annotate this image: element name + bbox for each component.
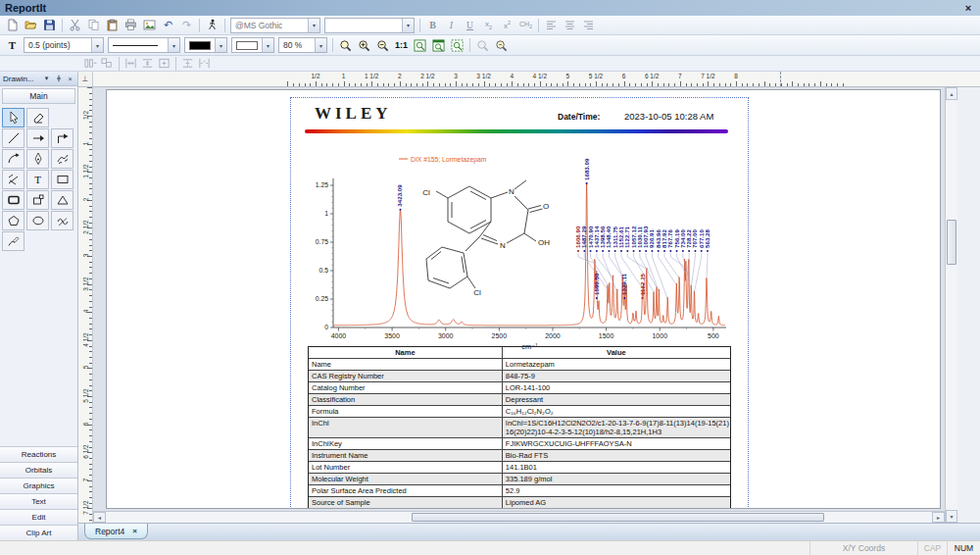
print-button[interactable] [122, 17, 140, 33]
zoom-prev-disabled-button[interactable] [473, 37, 492, 54]
peak-label: 563.28 [704, 229, 710, 248]
align-right-button[interactable] [579, 17, 598, 33]
table-row: CAS Registry Number848-75-9 [309, 370, 730, 381]
document-canvas[interactable]: WILEY Date/Time: 2023-10-05 10:28 AM 00.… [93, 87, 945, 523]
panel-tab-edit[interactable]: Edit [0, 509, 77, 525]
drawing-panel-header[interactable]: Drawin... ▾ × [0, 72, 77, 86]
pen-tool[interactable] [26, 149, 49, 169]
ruler-tick [798, 83, 799, 86]
zoom-out-button[interactable] [373, 37, 392, 54]
node-rectangle-tool[interactable] [26, 190, 49, 210]
panel-tab-main[interactable]: Main [2, 88, 75, 104]
zoom-last-disabled-button[interactable] [492, 37, 511, 54]
align-center-button[interactable] [561, 17, 579, 33]
ir-spectrum-chart[interactable]: 00.250.50.7511.2540003500300025002000150… [301, 151, 732, 357]
panel-tab-text[interactable]: Text [0, 493, 77, 509]
pin-icon[interactable] [54, 75, 63, 83]
scroll-right-icon[interactable]: ▸ [932, 512, 945, 523]
rounded-rectangle-tool[interactable] [2, 190, 24, 210]
chevron-down-icon[interactable]: ▾ [262, 38, 273, 52]
scroll-left-icon[interactable]: ◂ [93, 512, 106, 523]
ruler-tick [472, 83, 473, 86]
panel-tab-reactions[interactable]: Reactions [0, 446, 77, 462]
italic-button[interactable]: I [442, 17, 461, 33]
horizontal-scroll-thumb[interactable] [412, 513, 825, 522]
tab-report4[interactable]: Report4 × [84, 524, 148, 539]
curve-cut-tool[interactable] [51, 211, 74, 230]
elbow-arrow-tool[interactable] [51, 128, 74, 148]
zoom-select-button[interactable] [336, 37, 355, 54]
paste-button[interactable] [103, 17, 122, 33]
font-style-select[interactable]: ▾ [324, 18, 415, 33]
undo-button[interactable]: ↶ [159, 17, 177, 33]
arc-tool[interactable] [2, 149, 24, 169]
close-panel-icon[interactable]: × [66, 76, 74, 82]
panel-tab-clip-art[interactable]: Clip Art [0, 525, 77, 540]
text-tool-button[interactable]: T [3, 37, 22, 54]
close-window-icon[interactable]: × [961, 2, 975, 14]
superscript-button[interactable]: x2 [498, 17, 516, 33]
clean-structure-button[interactable] [203, 17, 221, 33]
chevron-down-icon[interactable]: ▾ [402, 19, 414, 32]
zoom-in-button[interactable] [355, 37, 373, 54]
zoom-area-button[interactable] [411, 37, 429, 54]
ruler-tick [89, 475, 92, 476]
line-width-select[interactable]: 0.5 (points)▾ [24, 37, 104, 53]
scroll-down-icon[interactable]: ▾ [946, 510, 957, 523]
ch2-group-button[interactable]: CH2 [516, 17, 535, 33]
tab-close-icon[interactable]: × [132, 527, 137, 535]
select-tool[interactable] [2, 108, 24, 127]
bold-button[interactable]: B [423, 17, 442, 33]
text-tool[interactable]: T [26, 170, 49, 189]
zoom-fit-selection-button[interactable] [448, 37, 466, 54]
chevron-down-icon[interactable]: ▾ [91, 38, 103, 52]
arrow-tool[interactable] [26, 128, 49, 148]
line-style-select[interactable]: ▾ [108, 37, 180, 53]
ruler-label: 6 [622, 73, 626, 79]
chevron-down-icon[interactable]: ▾ [168, 38, 179, 52]
vertical-scrollbar[interactable]: ▴ ▾ [945, 87, 957, 523]
compound-data-table[interactable]: NameValueNameLormetazepamCAS Registry Nu… [308, 346, 731, 509]
save-button[interactable] [40, 17, 59, 33]
triangle-tool[interactable] [51, 190, 74, 210]
eraser-tool[interactable] [26, 108, 49, 127]
zoom-fit-page-button[interactable] [429, 37, 448, 54]
ruler-tick [89, 486, 92, 487]
bond [528, 206, 541, 210]
zoom-percent-select[interactable]: 80 %▾ [278, 37, 327, 53]
ruler-tick [349, 83, 350, 86]
peak-marker [669, 250, 671, 252]
horizontal-scrollbar[interactable]: ◂ ▸ [93, 511, 945, 523]
chevron-down-icon[interactable]: ▾ [42, 75, 51, 82]
fill-color-select[interactable]: ▾ [231, 37, 274, 53]
new-document-button[interactable] [3, 17, 22, 33]
scroll-up-icon[interactable]: ▴ [946, 87, 957, 100]
stroke-color-select[interactable]: ▾ [184, 37, 227, 53]
redo-button[interactable]: ↷ [177, 17, 196, 33]
rectangle-tool[interactable] [51, 170, 74, 189]
ruler-tick [759, 83, 760, 86]
multi-line-tool[interactable] [2, 170, 24, 189]
font-family-select[interactable]: @MS Gothic▾ [230, 18, 320, 33]
panel-tab-graphics[interactable]: Graphics [0, 478, 77, 493]
cut-button[interactable] [66, 17, 84, 33]
pencil-tool[interactable] [2, 231, 24, 251]
export-image-button[interactable] [140, 17, 159, 33]
align-left-button[interactable] [542, 17, 561, 33]
vertical-scroll-thumb[interactable] [947, 220, 956, 265]
panel-tab-orbitals[interactable]: Orbitals [0, 462, 77, 478]
pentagon-tool[interactable] [2, 211, 24, 230]
report-page[interactable]: WILEY Date/Time: 2023-10-05 10:28 AM 00.… [106, 89, 941, 509]
ellipse-tool[interactable] [26, 211, 49, 230]
chevron-down-icon[interactable]: ▾ [315, 38, 326, 52]
subscript-button[interactable]: x2 [479, 17, 498, 33]
copy-button[interactable] [84, 17, 103, 33]
zoom-1to1-button[interactable]: 1:1 [392, 37, 411, 54]
chevron-down-icon[interactable]: ▾ [215, 38, 226, 52]
underline-button[interactable]: U [461, 17, 479, 33]
toolbar-separator [469, 38, 470, 52]
open-folder-button[interactable] [22, 17, 40, 33]
freeform-select-tool[interactable] [51, 149, 74, 169]
chevron-down-icon[interactable]: ▾ [308, 19, 319, 32]
line-tool[interactable] [2, 128, 24, 148]
